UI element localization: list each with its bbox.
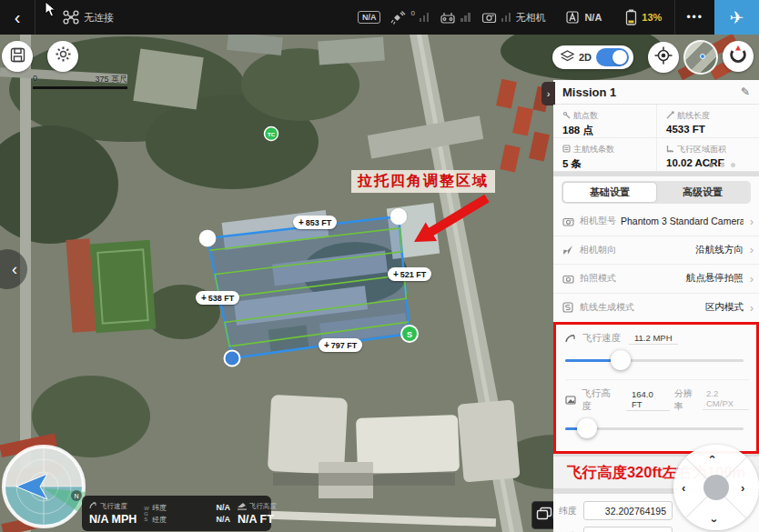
nudge-center-handle[interactable] — [703, 475, 729, 500]
back-button[interactable]: ‹ — [0, 0, 35, 35]
divider — [35, 0, 35, 35]
speed-icon — [565, 334, 578, 344]
resolution-value: 2.2 CM/PX — [703, 388, 749, 410]
svg-text:S: S — [407, 330, 412, 339]
airplane-icon: ✈ — [730, 7, 744, 28]
telemetry-bar: 飞行速度 N/A MPH WGS 纬度N/A 经度N/A 飞行高度 N/A — [82, 496, 271, 531]
edge-distance-label[interactable]: +538 FT — [196, 291, 239, 305]
edge-distance-label[interactable]: +521 FT — [388, 267, 431, 281]
svg-text:TC: TC — [268, 132, 276, 137]
panel-collapse-tab[interactable]: › — [541, 82, 555, 105]
altitude-icon — [238, 502, 247, 512]
chevron-right-icon: › — [547, 88, 551, 99]
altitude-value[interactable]: 164.0 FT — [626, 389, 670, 411]
scale-zero: 0 — [33, 74, 37, 85]
battery-percent: 13% — [642, 12, 662, 23]
speed-slider[interactable] — [565, 350, 749, 370]
altitude-slider-row: 飞行高度 164.0 FT 分辨率 2.2 CM/PX — [565, 379, 749, 447]
gps-signal-bars — [420, 13, 430, 22]
settings-list: 相机型号 Phantom 3 Standard Camera › 相机朝向 沿航… — [553, 207, 759, 322]
stat-main-lines: 主航线条数 5 条 — [553, 138, 656, 171]
route-lines-icon — [562, 145, 571, 155]
takeoff-button[interactable]: ✈ — [714, 0, 759, 35]
edit-mission-button[interactable]: ✎ — [741, 85, 750, 98]
target-icon — [654, 46, 673, 68]
battery-icon — [625, 9, 637, 25]
telemetry-coords: WGS 纬度N/A 经度N/A — [144, 503, 230, 525]
satellite-icon — [390, 11, 406, 25]
2d-toggle-switch[interactable] — [596, 48, 629, 66]
setting-camera-model[interactable]: 相机型号 Phantom 3 Standard Camera › — [553, 207, 759, 236]
nudge-up-button[interactable]: ‹ — [706, 455, 720, 458]
mission-header: Mission 1 ✎ — [553, 80, 759, 105]
mission-panel: › Mission 1 ✎ 航点数 188 点 航线长度 4533 FT 主航线… — [553, 80, 759, 498]
latitude-field[interactable]: 32.202764195 — [583, 501, 673, 520]
slider-thumb[interactable] — [577, 418, 597, 438]
flight-mode-icon — [565, 10, 580, 25]
mouse-cursor — [45, 1, 56, 21]
telemetry-speed: 飞行速度 N/A MPH — [89, 502, 137, 526]
rc-signal-bars — [460, 13, 471, 22]
app-screen: ‹ 无连接 N/A 0 — [0, 0, 759, 532]
area-ruler-icon — [666, 145, 674, 155]
corner-handle-top-left[interactable] — [199, 230, 217, 247]
tab-advanced-settings[interactable]: 高级设置 — [656, 183, 749, 202]
camera-signal-bars — [501, 13, 511, 22]
waypoint-icon — [562, 111, 571, 121]
speed-icon — [89, 502, 97, 512]
chevron-left-icon: ‹ — [12, 260, 17, 279]
scale-distance: 375 英尺 — [95, 74, 127, 85]
nudge-dpad: ‹ ‹ › ‹ — [673, 445, 759, 532]
map-view-thumbnail-button[interactable] — [683, 40, 718, 75]
route-length-icon — [666, 111, 674, 121]
telemetry-altitude: 飞行高度 N/A FT — [238, 502, 277, 526]
stat-area: 飞行区域面积 10.02 ACRE — [656, 138, 759, 171]
stats-pager-dots[interactable] — [709, 163, 735, 167]
edge-distance-label[interactable]: +853 FT — [293, 216, 337, 229]
locate-me-button[interactable] — [648, 42, 679, 73]
save-mission-button[interactable] — [2, 41, 33, 72]
remote-controller-icon — [440, 11, 456, 25]
edge-distance-label[interactable]: +797 FT — [319, 338, 362, 352]
move-icon: + — [201, 293, 207, 303]
nudge-down-button[interactable]: ‹ — [706, 518, 720, 522]
drone-icon — [63, 10, 79, 25]
setting-route-mode[interactable]: 航线生成模式 区内模式 › — [553, 294, 759, 323]
tab-basic-settings[interactable]: 基础设置 — [563, 183, 656, 202]
photo-mode-icon — [562, 274, 575, 284]
top-status-bar: ‹ 无连接 N/A 0 — [0, 0, 759, 35]
camera-icon — [562, 216, 575, 226]
slider-thumb[interactable] — [611, 350, 631, 370]
nudge-left-button[interactable]: ‹ — [682, 481, 685, 495]
back-chevron-icon: ‹ — [15, 7, 21, 28]
heading-icon — [562, 245, 575, 256]
toggle-knob — [612, 50, 627, 65]
corner-handle-bottom-left[interactable] — [225, 351, 240, 366]
settings-tabs: 基础设置 高级设置 — [553, 176, 759, 207]
map-mode-toggle-pill[interactable]: 2D — [552, 45, 633, 69]
save-icon — [10, 47, 25, 66]
setting-camera-heading[interactable]: 相机朝向 沿航线方向 › — [553, 236, 759, 266]
camera-signal-icon — [481, 11, 497, 24]
setting-photo-mode[interactable]: 拍照模式 航点悬停拍照 › — [553, 265, 759, 294]
altitude-slider[interactable] — [565, 418, 749, 438]
connection-status: 无连接 — [84, 11, 114, 25]
flight-sliders-section: 飞行速度 11.2 MPH 飞行高度 164.0 FT 分辨率 2.2 CM/P… — [553, 322, 759, 454]
nudge-right-button[interactable]: › — [741, 481, 744, 495]
corner-handle-top-right[interactable] — [390, 208, 408, 226]
move-icon: + — [299, 217, 304, 227]
mission-stats: 航点数 188 点 航线长度 4533 FT 主航线条数 5 条 飞行区域面积 … — [553, 105, 759, 172]
map-settings-button[interactable] — [47, 41, 78, 72]
attitude-compass-widget: N — [0, 443, 87, 530]
stat-waypoints: 航点数 188 点 — [553, 105, 656, 138]
north-indicator: N — [71, 490, 82, 501]
tutorial-annotation-label: 拉托四角调整区域 — [351, 170, 495, 193]
longitude-field[interactable]: 118.716763483 — [583, 527, 673, 532]
compass-reset-button[interactable] — [723, 41, 754, 72]
more-menu-button[interactable]: ••• — [675, 11, 714, 24]
move-icon: + — [393, 269, 399, 279]
start-point-marker[interactable]: S — [401, 326, 418, 342]
speed-value[interactable]: 11.2 MPH — [629, 333, 678, 345]
annotation-arrow — [414, 195, 490, 242]
tc-map-marker[interactable]: TC — [265, 127, 278, 141]
